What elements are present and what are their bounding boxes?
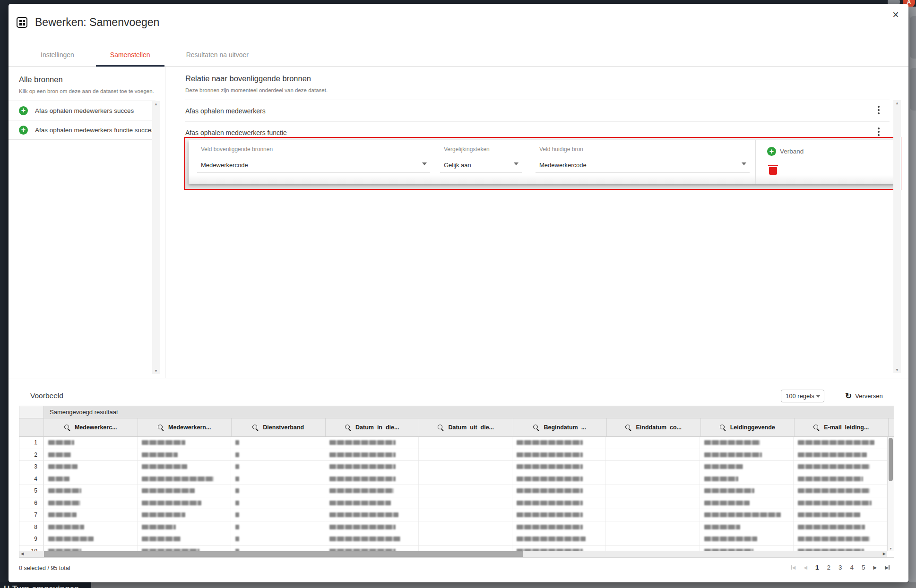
row-number: 8 — [19, 521, 44, 533]
table-vertical-scrollbar[interactable]: ▼ — [887, 437, 894, 551]
redacted-value — [798, 477, 863, 481]
kebab-menu-icon[interactable] — [874, 106, 883, 116]
scroll-down-icon[interactable]: ▼ — [152, 369, 160, 373]
refresh-button[interactable]: ↻ Verversen — [845, 391, 883, 401]
column-header-label: Dienstverband — [263, 424, 304, 431]
sources-scrollbar[interactable]: ▲ ▼ — [152, 101, 160, 374]
source-list-item[interactable]: +Afas ophalen medewerkers functie succes — [9, 120, 156, 140]
field-value: Gelijk aan — [444, 162, 471, 169]
table-cell — [794, 533, 887, 545]
table-cell — [606, 461, 700, 473]
table-cell — [44, 509, 138, 521]
table-cell — [700, 509, 794, 521]
field-dropdown[interactable]: Gelijk aan — [440, 158, 522, 172]
redacted-value — [48, 488, 81, 493]
redacted-value — [517, 440, 583, 445]
page-3[interactable]: 3 — [838, 564, 842, 571]
redacted-value — [48, 501, 80, 505]
column-header[interactable]: E-mail_leiding... — [795, 418, 889, 436]
table-group-header: Samengevoegd resultaat — [44, 406, 894, 418]
redacted-value — [142, 477, 214, 481]
table-cell — [512, 473, 606, 485]
table-cell — [325, 473, 419, 485]
add-relation-button[interactable]: + Verband — [767, 147, 804, 156]
plus-icon: + — [19, 126, 28, 135]
table-cell — [138, 485, 231, 497]
redacted-value — [798, 537, 870, 541]
redacted-value — [517, 464, 583, 469]
refresh-icon: ↻ — [845, 391, 852, 401]
kebab-menu-icon[interactable] — [874, 128, 883, 138]
table-cell — [231, 449, 325, 461]
preview-section: Voorbeeld 100 regels ↻ Verversen Samenge… — [9, 378, 908, 582]
tab-instellingen[interactable]: Instellingen — [23, 43, 92, 66]
scroll-up-icon[interactable]: ▲ — [893, 101, 901, 105]
table-row[interactable]: 7 — [19, 509, 887, 521]
redacted-value — [329, 452, 396, 457]
table-cell — [794, 521, 887, 533]
column-header[interactable]: Dienstverband — [232, 418, 326, 436]
field-dropdown[interactable]: Medewerkercode — [536, 158, 750, 172]
page-5[interactable]: 5 — [862, 564, 865, 571]
previous-page-icon[interactable]: ◀ — [804, 565, 807, 570]
tab-resultaten-na-uitvoer[interactable]: Resultaten na uitvoer — [168, 43, 267, 66]
column-header-label: Medewerkern... — [168, 424, 211, 431]
table-cell — [325, 533, 419, 545]
source-list-item[interactable]: +Afas ophalen medewerkers succes — [9, 101, 156, 120]
sources-panel-title: Alle bronnen — [19, 75, 63, 84]
scroll-right-icon[interactable]: ▶ — [883, 552, 886, 556]
table-row[interactable]: 6 — [19, 497, 887, 510]
field-dropdown[interactable]: Medewerkercode — [197, 158, 430, 172]
column-header[interactable]: Datum_uit_die... — [419, 418, 513, 436]
table-cell — [606, 521, 700, 533]
page-4[interactable]: 4 — [850, 564, 854, 571]
refresh-label: Verversen — [855, 392, 883, 400]
rows-per-page-select[interactable]: 100 regels — [781, 390, 824, 402]
table-row[interactable]: 3 — [19, 461, 887, 473]
table-cell — [606, 509, 700, 521]
last-page-icon[interactable]: ▶ — [885, 565, 890, 570]
table-row[interactable]: 8 — [19, 521, 887, 534]
table-cell — [138, 509, 231, 521]
scroll-left-icon[interactable]: ◀ — [21, 552, 24, 556]
scroll-down-icon[interactable]: ▼ — [888, 547, 894, 550]
close-icon[interactable]: × — [889, 8, 903, 22]
table-cell — [419, 437, 512, 449]
source-label: Afas ophalen medewerkers functie succes — [35, 127, 155, 134]
column-header[interactable]: Einddatum_co... — [607, 418, 701, 436]
table-corner-cell — [19, 418, 44, 436]
page-2[interactable]: 2 — [827, 564, 831, 571]
column-header[interactable]: Begindatum_... — [513, 418, 607, 436]
column-header[interactable]: Medewerkern... — [138, 418, 232, 436]
next-page-icon[interactable]: ▶ — [873, 565, 877, 570]
scrollbar-thumb[interactable] — [44, 551, 523, 557]
table-cell — [794, 449, 887, 461]
scroll-up-icon[interactable]: ▲ — [152, 102, 160, 106]
redacted-value — [329, 488, 394, 493]
table-cell — [231, 509, 325, 521]
relation-row[interactable]: Afas ophalen medewerkers — [185, 100, 890, 122]
delete-relation-button trash-icon[interactable] — [769, 165, 777, 175]
table-row[interactable]: 2 — [19, 449, 887, 461]
bottom-nav-environments[interactable]: U-Turn omgevingen — [0, 582, 91, 588]
column-header[interactable]: Medewerkerc... — [44, 418, 138, 436]
column-header[interactable]: Datum_in_die... — [326, 418, 420, 436]
page-1[interactable]: 1 — [815, 564, 819, 571]
scroll-down-icon[interactable]: ▼ — [893, 368, 901, 372]
table-cell — [794, 497, 887, 509]
table-row[interactable]: 4 — [19, 473, 887, 486]
first-page-icon[interactable]: ◀ — [791, 565, 796, 570]
row-number: 3 — [19, 461, 44, 473]
table-row[interactable]: 9 — [19, 533, 887, 545]
field-label: Veld bovenliggende bronnen — [201, 146, 430, 153]
row-number: 4 — [19, 473, 44, 485]
preview-table: Samengevoegd resultaat Medewerkerc...Med… — [19, 406, 894, 558]
relations-scrollbar[interactable]: ▲ ▼ — [893, 100, 901, 373]
table-row[interactable]: 5 — [19, 485, 887, 497]
column-header[interactable]: Leidinggevende — [701, 418, 795, 436]
scrollbar-thumb[interactable] — [889, 438, 893, 481]
tab-samenstellen[interactable]: Samenstellen — [92, 43, 168, 66]
table-horizontal-scrollbar[interactable]: ◀ ▶ — [19, 551, 887, 557]
table-row[interactable]: 1 — [19, 437, 887, 449]
table-cell — [231, 461, 325, 473]
